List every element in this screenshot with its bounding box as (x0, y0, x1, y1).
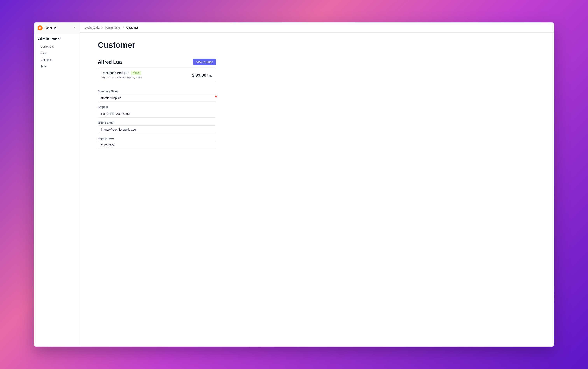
page-title: Customer (98, 40, 216, 50)
view-in-stripe-button[interactable]: View in Stripe (193, 59, 216, 65)
stripe-id-input[interactable] (98, 110, 216, 118)
subscription-price: $ 99.00 / mo (192, 73, 212, 78)
app-window: D Dashi Co Admin Panel Customers Plans C… (34, 22, 554, 347)
customer-header: Alfred Lua View in Stripe (98, 59, 216, 65)
workspace-name: Dashi Co (44, 26, 74, 30)
subscription-details: Dashibase Beta Pro Active Subscription s… (102, 71, 142, 79)
sidebar: D Dashi Co Admin Panel Customers Plans C… (34, 23, 80, 346)
customer-name: Alfred Lua (98, 59, 122, 65)
status-badge: Active (131, 71, 141, 75)
field-stripe-id: Stripe Id (98, 105, 216, 118)
sidebar-item-customers[interactable]: Customers (39, 43, 77, 50)
field-signup-date: Signup Date (98, 137, 216, 149)
workspace-initial: D (39, 27, 41, 29)
sidebar-item-countries[interactable]: Countries (39, 57, 77, 63)
price-suffix: / mo (206, 74, 212, 77)
sidebar-item-plans[interactable]: Plans (39, 50, 77, 57)
sidebar-item-tags[interactable]: Tags (39, 63, 77, 70)
billing-email-label: Billing Email (98, 121, 216, 124)
chevron-down-icon (74, 27, 77, 29)
page-content: Customer Alfred Lua View in Stripe Dashi… (80, 33, 231, 164)
company-name-label: Company Name (98, 90, 216, 93)
sidebar-section: Admin Panel Customers Plans Countries Ta… (34, 33, 80, 71)
workspace-avatar: D (38, 25, 42, 30)
breadcrumb-customer[interactable]: Customer (126, 26, 138, 29)
subscription-started: Subscription started: Mar 7, 2020 (102, 76, 142, 79)
chevron-right-icon (101, 27, 103, 29)
required-icon: ✱ (215, 95, 217, 99)
subscription-card: Dashibase Beta Pro Active Subscription s… (98, 68, 216, 82)
stripe-id-label: Stripe Id (98, 105, 216, 109)
chevron-right-icon (123, 27, 125, 29)
main-area: Dashboards Admin Panel Customer Customer… (80, 23, 554, 346)
company-name-input[interactable] (98, 94, 216, 102)
price-amount: $ 99.00 (192, 73, 206, 78)
billing-email-input[interactable] (98, 125, 216, 133)
signup-date-label: Signup Date (98, 137, 216, 140)
field-company-name: Company Name ✱ (98, 90, 216, 102)
field-billing-email: Billing Email (98, 121, 216, 133)
breadcrumb-admin-panel[interactable]: Admin Panel (105, 26, 120, 29)
plan-name: Dashibase Beta Pro (102, 71, 129, 75)
breadcrumb-dashboards[interactable]: Dashboards (84, 26, 99, 29)
subscription-title-row: Dashibase Beta Pro Active (102, 71, 142, 75)
sidebar-title: Admin Panel (37, 37, 77, 41)
workspace-switcher[interactable]: D Dashi Co (34, 23, 80, 33)
breadcrumb: Dashboards Admin Panel Customer (80, 23, 554, 33)
signup-date-input[interactable] (98, 141, 216, 149)
